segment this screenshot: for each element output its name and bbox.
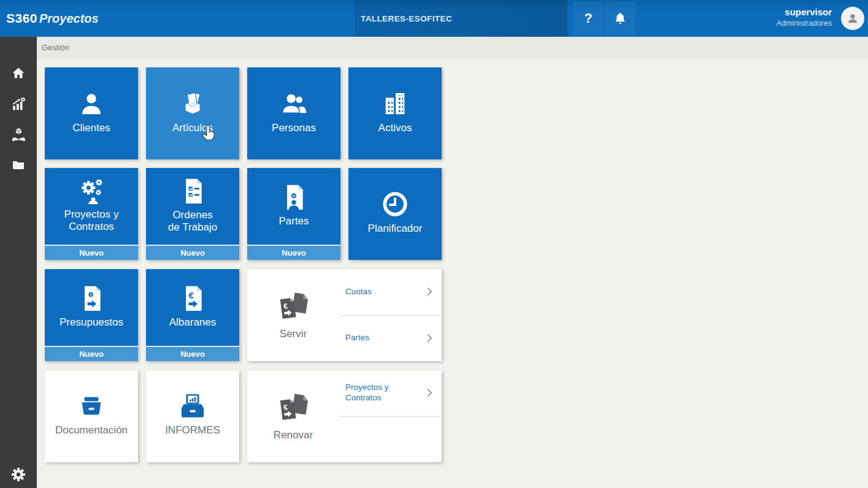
user-name: supervisor [705,6,832,18]
link-label: Cuotas [345,287,372,297]
tile-label-proyectos: Proyectos y Contratos [47,208,136,233]
reports-inbox-icon [179,393,207,420]
sidebar-item-statistics[interactable] [0,88,37,119]
sidebar-item-settings[interactable] [0,459,37,488]
tile-clientes[interactable]: Clientes [45,67,138,159]
new-proyecto-button[interactable]: Nuevo [45,245,138,260]
tile-label-renovar: Renovar [274,429,313,441]
tile-albaranes[interactable]: € Albaranes Nuevo [146,269,239,361]
project-gears-icon [77,177,106,204]
serve-docs-icon: € [276,289,310,324]
breadcrumb: Gestión [37,37,868,58]
user-avatar[interactable] [841,7,864,30]
chevron-right-icon [424,334,432,342]
renovar-empty-row [339,417,439,463]
articles-box-icon [179,90,207,118]
tile-label-servir: Servir [280,328,307,340]
budget-doc-icon [78,284,105,312]
tile-label-presupuestos: Presupuestos [60,316,123,329]
new-presupuesto-button[interactable]: Nuevo [45,346,138,361]
hands-service-icon [11,127,26,142]
renovar-group: € Renovar [247,370,339,462]
servir-link-cuotas[interactable]: Cuotas [339,269,439,316]
work-order-doc-icon [179,177,206,205]
tile-personas[interactable]: Personas [247,67,340,159]
help-button[interactable]: ? [573,1,604,36]
sidebar-item-services[interactable] [0,119,37,150]
client-person-icon [77,90,106,118]
tile-partes[interactable]: Partes Nuevo [247,168,340,260]
top-bar: S360 Proyectos TALLERES-ESOFITEC ? super… [0,0,868,37]
tile-planificador[interactable]: Planificador [348,168,442,260]
link-label: Proyectos y Contratos [345,383,413,403]
link-label: Partes [345,333,369,343]
tile-ordenes-trabajo[interactable]: Ordenes de Trabajo Nuevo [146,168,239,260]
tile-label-informes: INFORMES [165,424,220,437]
breadcrumb-label: Gestión [42,43,69,52]
tile-label-ordenes: Ordenes de Trabajo [166,209,219,234]
clock-icon [381,190,409,218]
tile-label-activos: Activos [378,122,412,134]
renew-docs-icon: € [276,391,310,425]
company-name: TALLERES-ESOFITEC [361,14,452,23]
tile-label-clientes: Clientes [72,122,110,134]
tile-presupuestos[interactable]: Presupuestos Nuevo [45,269,138,361]
tile-label-albaranes: Albaranes [169,316,217,329]
tile-articulos[interactable]: Artículos [146,67,239,159]
tile-label-planificador: Planificador [368,223,423,235]
bell-icon [614,12,626,25]
chevron-right-icon [424,389,432,397]
user-role: Administradores [705,18,832,29]
servir-link-partes[interactable]: Partes [339,316,439,362]
company-selector[interactable]: TALLERES-ESOFITEC [355,0,567,37]
sidebar-item-documents[interactable] [0,150,37,180]
new-albaran-button[interactable]: Nuevo [146,346,239,361]
servir-group: € Servir [247,269,339,361]
app-title: Proyectos [39,0,99,37]
archive-icon [77,393,106,420]
tile-label-personas: Personas [272,122,316,134]
tile-activos[interactable]: Activos [348,67,442,159]
svg-text:€: € [189,291,194,300]
sidebar-item-home[interactable] [0,58,37,88]
tile-renovar: € Renovar Proyectos y Contratos [247,370,442,462]
user-info[interactable]: supervisor Administradores [705,6,832,29]
chevron-right-icon [424,288,432,295]
tile-informes[interactable]: INFORMES [146,370,239,462]
tile-grid: Clientes Artículos Personas [37,58,868,488]
tile-servir: € Servir Cuotas Partes [247,269,442,361]
people-icon [280,90,308,118]
tile-documentacion[interactable]: Documentación [45,370,138,462]
tile-proyectos-contratos[interactable]: Proyectos y Contratos Nuevo [45,168,138,260]
home-icon [11,66,26,80]
sidebar-nav [0,37,37,488]
renovar-link-proyectos[interactable]: Proyectos y Contratos [339,370,439,417]
gear-icon [11,467,26,482]
notifications-button[interactable] [605,1,636,36]
buildings-icon [381,90,409,118]
new-orden-button[interactable]: Nuevo [146,245,239,260]
question-mark-icon: ? [584,10,592,26]
new-parte-button[interactable]: Nuevo [247,245,340,260]
stats-chart-icon [11,96,26,112]
delivery-note-doc-icon: € [179,284,206,312]
folder-icon [11,158,26,172]
person-icon [846,12,859,25]
tile-label-articulos: Artículos [172,122,213,134]
tile-label-partes: Partes [278,215,309,227]
report-doc-icon [280,183,307,211]
app-logo: S360 [6,0,37,37]
tile-label-documentacion: Documentación [55,424,128,437]
